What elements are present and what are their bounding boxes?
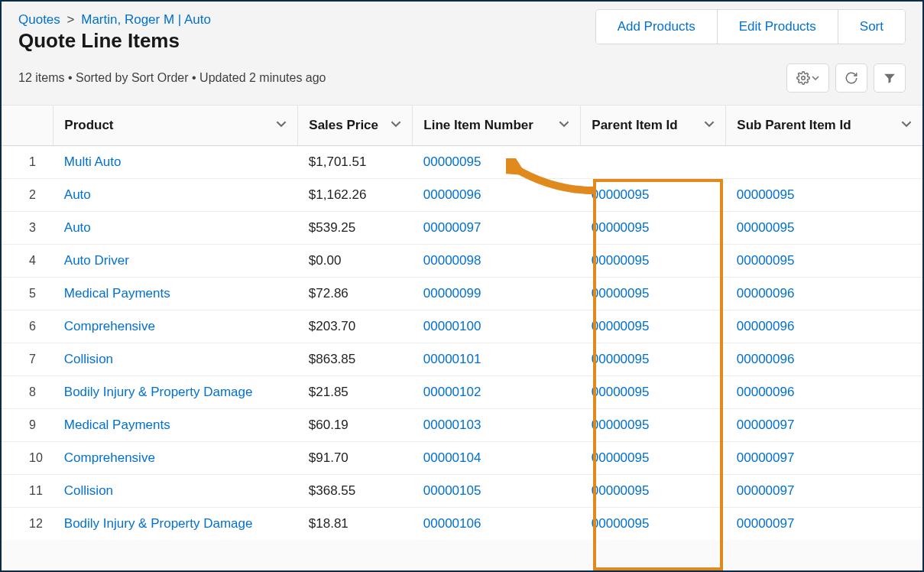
- parent-item-id-cell: [581, 146, 726, 179]
- product-link[interactable]: Auto Driver: [64, 253, 129, 268]
- line-item-number-link[interactable]: 00000099: [423, 286, 481, 301]
- parent-item-id-link[interactable]: 00000095: [592, 220, 650, 235]
- parent-item-id-link[interactable]: 00000095: [592, 319, 650, 333]
- sub-parent-item-id-link[interactable]: 00000096: [737, 286, 795, 301]
- row-number: 5: [2, 278, 53, 310]
- product-link[interactable]: Auto: [64, 220, 91, 235]
- parent-item-id-link[interactable]: 00000095: [592, 286, 650, 301]
- column-header-product[interactable]: Product: [53, 106, 298, 146]
- sales-price-cell: $1,162.26: [298, 179, 413, 212]
- line-item-number-link[interactable]: 00000100: [423, 319, 481, 333]
- sub-parent-item-id-link[interactable]: 00000096: [737, 352, 795, 366]
- parent-item-id-link[interactable]: 00000095: [592, 253, 650, 268]
- parent-item-id-link[interactable]: 00000095: [592, 385, 650, 399]
- edit-products-button[interactable]: Edit Products: [718, 10, 838, 44]
- row-number: 1: [2, 146, 53, 179]
- svg-point-0: [802, 76, 806, 80]
- line-item-number-link[interactable]: 00000106: [423, 516, 481, 531]
- sub-parent-item-id-link[interactable]: 00000097: [737, 516, 795, 531]
- chevron-down-icon: [559, 118, 569, 133]
- product-link[interactable]: Medical Payments: [64, 286, 170, 301]
- sales-price-cell: $91.70: [298, 442, 413, 475]
- table-row: 5Medical Payments$72.8600000099000000950…: [2, 278, 922, 310]
- line-item-number-link[interactable]: 00000101: [423, 352, 481, 366]
- sub-parent-item-id-link[interactable]: 00000097: [737, 450, 795, 465]
- row-number: 12: [2, 508, 53, 541]
- product-link[interactable]: Auto: [64, 187, 91, 202]
- column-header-row-number: [2, 106, 53, 146]
- table-row: 8Bodily Injury & Property Damage$21.8500…: [2, 376, 922, 409]
- product-link[interactable]: Collision: [64, 352, 113, 366]
- sales-price-cell: $863.85: [298, 343, 413, 376]
- table-row: 9Medical Payments$60.1900000103000000950…: [2, 409, 922, 442]
- breadcrumb-current-link[interactable]: Martin, Roger M | Auto: [81, 12, 211, 27]
- product-link[interactable]: Comprehensive: [64, 450, 155, 465]
- row-number: 3: [2, 212, 53, 245]
- line-item-number-link[interactable]: 00000096: [423, 187, 481, 202]
- line-item-number-link[interactable]: 00000098: [423, 253, 481, 268]
- table-row: 10Comprehensive$91.700000010400000095000…: [2, 442, 922, 475]
- sub-parent-item-id-link[interactable]: 00000095: [737, 187, 795, 202]
- column-header-sales-price[interactable]: Sales Price: [298, 106, 413, 146]
- line-item-number-link[interactable]: 00000102: [423, 385, 481, 399]
- product-link[interactable]: Bodily Injury & Property Damage: [64, 385, 253, 399]
- list-settings-button[interactable]: [786, 63, 829, 93]
- sub-parent-item-id-link[interactable]: 00000097: [737, 418, 795, 432]
- parent-item-id-link[interactable]: 00000095: [592, 483, 650, 498]
- sub-parent-item-id-link[interactable]: 00000096: [737, 319, 795, 333]
- line-item-number-link[interactable]: 00000097: [423, 220, 481, 235]
- product-link[interactable]: Multi Auto: [64, 154, 122, 169]
- filter-button[interactable]: [874, 63, 906, 93]
- chevron-down-icon: [276, 118, 287, 133]
- column-header-parent-item-id[interactable]: Parent Item Id: [581, 106, 726, 146]
- breadcrumb-root-link[interactable]: Quotes: [18, 12, 60, 27]
- list-toolbar: [786, 63, 906, 93]
- chevron-down-icon: [901, 118, 912, 133]
- line-item-number-link[interactable]: 00000105: [423, 483, 481, 498]
- column-header-line-item-number[interactable]: Line Item Number: [413, 106, 581, 146]
- line-item-number-link[interactable]: 00000104: [423, 450, 481, 465]
- column-header-label: Sales Price: [309, 118, 378, 132]
- row-number: 10: [2, 442, 53, 475]
- parent-item-id-link[interactable]: 00000095: [592, 450, 650, 465]
- row-number: 6: [2, 310, 53, 343]
- column-header-sub-parent-item-id[interactable]: Sub Parent Item Id: [726, 106, 922, 146]
- sub-parent-item-id-link[interactable]: 00000095: [737, 253, 795, 268]
- add-products-button[interactable]: Add Products: [596, 10, 718, 44]
- product-link[interactable]: Collision: [64, 483, 113, 498]
- product-link[interactable]: Medical Payments: [64, 418, 170, 432]
- parent-item-id-link[interactable]: 00000095: [592, 516, 650, 531]
- sales-price-cell: $1,701.51: [298, 146, 413, 179]
- sub-parent-item-id-link[interactable]: 00000095: [737, 220, 795, 235]
- sub-parent-item-id-link[interactable]: 00000096: [737, 385, 795, 399]
- column-header-label: Product: [64, 118, 113, 132]
- caret-down-icon: [812, 74, 819, 82]
- row-number: 4: [2, 245, 53, 278]
- sales-price-cell: $368.55: [298, 475, 413, 508]
- filter-icon: [883, 71, 896, 85]
- refresh-button[interactable]: [835, 63, 867, 93]
- parent-item-id-link[interactable]: 00000095: [592, 352, 650, 366]
- table-row: 11Collision$368.550000010500000095000000…: [2, 475, 922, 508]
- line-items-table: Product Sales Price Line Item Number Par…: [2, 106, 922, 540]
- line-item-number-link[interactable]: 00000103: [423, 418, 481, 432]
- product-link[interactable]: Comprehensive: [64, 319, 155, 333]
- sales-price-cell: $539.25: [298, 212, 413, 245]
- row-number: 11: [2, 475, 53, 508]
- list-status-text: 12 items • Sorted by Sort Order • Update…: [18, 71, 326, 85]
- table-row: 7Collision$863.8500000101000000950000009…: [2, 343, 922, 376]
- sub-parent-item-id-cell: [726, 146, 922, 179]
- parent-item-id-link[interactable]: 00000095: [592, 418, 650, 432]
- gear-icon: [796, 71, 810, 85]
- row-number: 7: [2, 343, 53, 376]
- line-item-number-link[interactable]: 00000095: [423, 154, 481, 169]
- parent-item-id-link[interactable]: 00000095: [592, 187, 650, 202]
- product-link[interactable]: Bodily Injury & Property Damage: [64, 516, 253, 531]
- sub-parent-item-id-link[interactable]: 00000097: [737, 483, 795, 498]
- sales-price-cell: $203.70: [298, 310, 413, 343]
- row-number: 2: [2, 179, 53, 212]
- header-action-group: Add Products Edit Products Sort: [595, 9, 906, 44]
- sort-button[interactable]: Sort: [838, 10, 905, 44]
- sales-price-cell: $60.19: [298, 409, 413, 442]
- sales-price-cell: $21.85: [298, 376, 413, 409]
